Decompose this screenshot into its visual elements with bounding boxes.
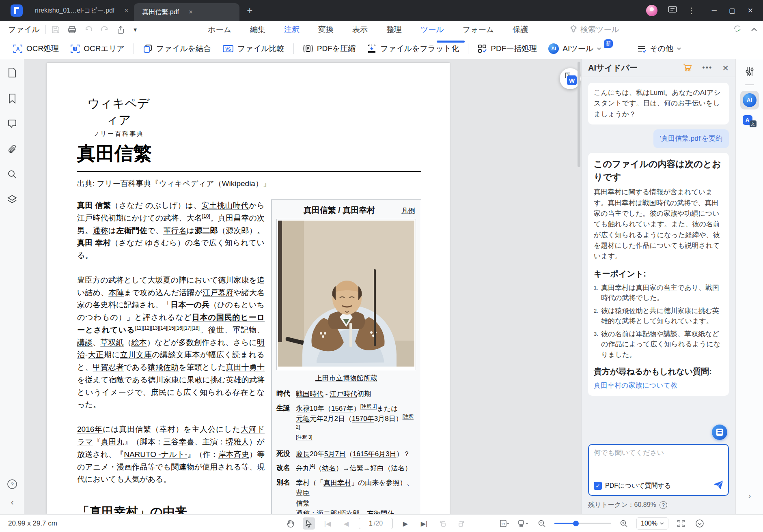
redo-icon[interactable] — [101, 26, 109, 33]
ocr-label: OCR処理 — [26, 43, 59, 54]
properties-icon[interactable] — [745, 66, 754, 79]
legend-link[interactable]: 凡例 — [401, 206, 415, 215]
token-status: 残りトークン：60.89% ? — [588, 501, 729, 509]
thumbnails-icon[interactable] — [7, 67, 17, 79]
window-controls: ─ ▢ ✕ — [712, 6, 753, 15]
tab-close-icon[interactable]: × — [124, 6, 128, 15]
zoom-slider[interactable] — [554, 523, 611, 524]
menu-tab-protect[interactable]: 保護 — [513, 24, 528, 35]
actual-size-icon[interactable]: 1:1 — [498, 517, 511, 530]
maximize-button[interactable]: ▢ — [729, 6, 735, 15]
suggested-question-link[interactable]: 真田幸村の家族について教 — [594, 380, 723, 391]
close-button[interactable]: ✕ — [748, 6, 753, 15]
batch-process-icon — [477, 44, 487, 54]
fullscreen-icon[interactable] — [675, 517, 687, 530]
print-icon[interactable] — [68, 26, 76, 34]
prev-page-icon[interactable]: ◀ — [340, 517, 352, 530]
menu-tab-tools[interactable]: ツール — [420, 24, 444, 35]
more-view-options-icon[interactable] — [694, 517, 706, 530]
new-tab-button[interactable]: + — [247, 5, 252, 16]
collapse-left-panel-icon[interactable]: ‹ — [11, 498, 14, 507]
menu-tab-form[interactable]: フォーム — [463, 24, 494, 35]
user-avatar[interactable] — [646, 5, 657, 16]
token-help-icon[interactable]: ? — [660, 501, 667, 509]
minimize-button[interactable]: ─ — [712, 6, 717, 15]
flatten-file-button[interactable]: ファイルをフラット化 — [361, 41, 465, 57]
comments-icon[interactable] — [7, 119, 17, 131]
search-icon[interactable] — [7, 169, 17, 181]
chat-input[interactable] — [594, 449, 723, 457]
kebab-menu-icon[interactable]: ⋮ — [688, 6, 696, 15]
keypoint-item: 2.彼は猿飛佐助と共に徳川家康に挑む英雄的な武将として知られています。 — [594, 306, 723, 326]
bookmarks-icon[interactable] — [8, 93, 17, 105]
batch-process-label: PDF一括処理 — [491, 43, 537, 54]
ocr-button[interactable]: A OCR処理 — [7, 41, 65, 57]
title-rule — [77, 171, 421, 172]
ai-sidebar: AIサイドバー ••• ✕ こんにちは、私はLumi。あなたのAIアシスタントで… — [581, 59, 735, 514]
send-icon[interactable] — [713, 481, 723, 491]
compare-files-button[interactable]: VS ファイル比較 — [217, 41, 290, 57]
layers-icon[interactable] — [7, 195, 17, 206]
left-panel-rail: ? ‹ — [0, 59, 24, 514]
menu-tab-organize[interactable]: 整理 — [386, 24, 402, 35]
document-scrollbar[interactable] — [578, 62, 580, 167]
share-icon[interactable] — [117, 26, 125, 34]
close-sidebar-icon[interactable]: ✕ — [722, 63, 729, 73]
article-body: 真田 信繁（さなだ のぶしげ）は、安土桃山時代から江戸時代初期にかけての武将、大… — [77, 200, 265, 514]
rotate-left-icon[interactable] — [437, 517, 449, 530]
search-tools-button[interactable]: 検索ツール — [570, 24, 619, 35]
ai-tools-label: AIツール — [563, 43, 593, 54]
ai-sidebar-toggle[interactable]: AI — [740, 91, 759, 109]
menu-tab-comment[interactable]: 注釈 — [284, 24, 300, 35]
summary-title: このファイルの内容は次のとおりです — [594, 158, 723, 184]
collapse-toolbar-icon[interactable] — [751, 26, 757, 33]
menu-tab-home[interactable]: ホーム — [208, 24, 231, 35]
translate-icon[interactable]: A文 — [743, 115, 757, 127]
zoom-out-icon[interactable] — [536, 517, 548, 530]
undo-icon[interactable] — [84, 26, 93, 33]
combine-files-button[interactable]: ファイルを結合 — [137, 41, 217, 57]
document-tab-sanada[interactable]: 真田信繁.pdf × — [134, 3, 239, 21]
select-tool-icon[interactable] — [303, 517, 315, 530]
page-layout-icon[interactable] — [517, 517, 529, 530]
more-options-icon[interactable]: ••• — [702, 64, 712, 72]
rotate-right-icon[interactable] — [455, 517, 468, 530]
zoom-slider-thumb[interactable] — [573, 521, 579, 526]
menu-tab-edit[interactable]: 編集 — [250, 24, 265, 35]
first-page-icon[interactable]: |◀ — [321, 517, 334, 530]
page-number-input[interactable]: 1 /20 — [359, 518, 393, 529]
zoom-in-icon[interactable] — [618, 517, 630, 530]
help-icon[interactable]: ? — [7, 479, 17, 491]
keypoint-item: 3.彼の名前は軍記物や講談、草双紙などの作品によって広く知られるようになりました… — [594, 329, 723, 360]
app-logo-icon[interactable] — [11, 4, 23, 17]
tab-close-icon[interactable]: × — [189, 8, 193, 16]
current-page: 1 — [369, 520, 373, 527]
document-viewport[interactable]: ウィキペディア フリー百科事典 真田信繁 出典: フリー百科事典『ウィキペディア… — [24, 59, 581, 514]
menu-tab-convert[interactable]: 変換 — [318, 24, 334, 35]
save-icon[interactable] — [52, 26, 60, 34]
compress-pdf-button[interactable]: PDFを圧縮 — [297, 41, 361, 57]
last-page-icon[interactable]: ▶| — [418, 517, 430, 530]
more-tools-button[interactable]: その他 — [632, 41, 687, 57]
hand-tool-icon[interactable] — [284, 517, 296, 530]
ask-pdf-checkbox[interactable]: ✓ — [594, 482, 602, 490]
zoom-level-select[interactable]: 100% — [636, 517, 668, 530]
attachments-icon[interactable] — [7, 144, 17, 156]
ask-box[interactable]: ✓ PDFについて質問する — [588, 444, 729, 496]
menubar: ファイル ▼ ホーム 編集 注釈 変換 表示 整理 ツール フォーム 保護 検索… — [0, 21, 763, 38]
document-tab-rirekisho[interactable]: rirekisho_01…el-コピー.pdf × — [29, 0, 134, 21]
next-page-icon[interactable]: ▶ — [399, 517, 412, 530]
ai-tools-button[interactable]: AI AIツール 新 — [543, 41, 619, 57]
file-menu[interactable]: ファイル — [8, 24, 40, 35]
keypoint-item: 1.真田幸村は真田家の当主であり、戦国時代の武将でした。 — [594, 283, 723, 303]
dropdown-caret-icon[interactable]: ▼ — [133, 27, 138, 33]
feedback-icon[interactable] — [668, 6, 677, 15]
menu-tab-view[interactable]: 表示 — [352, 24, 368, 35]
ocr-area-button[interactable]: T OCRエリア — [65, 41, 130, 57]
batch-process-button[interactable]: PDF一括処理 — [472, 41, 543, 57]
quick-actions-button[interactable] — [712, 425, 727, 440]
expand-right-panel-icon[interactable]: › — [736, 491, 763, 500]
sync-status-icon[interactable] — [733, 24, 742, 35]
cart-icon[interactable] — [683, 63, 692, 73]
wikipedia-logo-subtitle: フリー百科事典 — [86, 130, 151, 138]
